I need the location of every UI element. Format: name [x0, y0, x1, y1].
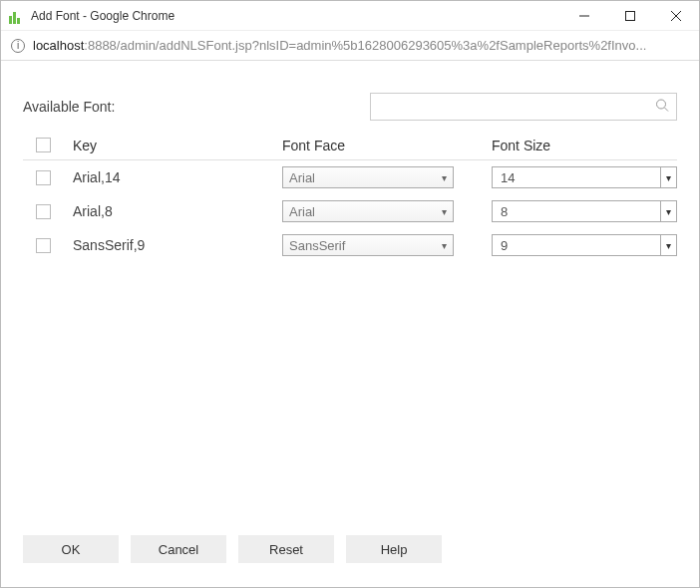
font-face-select[interactable]: Arial ▾ — [282, 166, 454, 188]
svg-rect-1 — [626, 11, 635, 20]
row-key: SansSerif,9 — [63, 237, 282, 253]
header-size: Font Size — [474, 138, 677, 153]
url-path: :8888/admin/addNLSFont.jsp?nlsID=admin%5… — [84, 38, 646, 53]
close-button[interactable] — [653, 1, 699, 30]
chevron-down-icon: ▾ — [442, 172, 447, 183]
reset-button[interactable]: Reset — [238, 535, 334, 563]
table-header: Key Font Face Font Size — [23, 131, 677, 160]
row-checkbox[interactable] — [36, 238, 51, 253]
search-input[interactable] — [370, 93, 677, 121]
footer-buttons: OK Cancel Reset Help — [23, 535, 677, 571]
ok-button[interactable]: OK — [23, 535, 119, 563]
row-key: Arial,8 — [63, 203, 282, 219]
address-bar: i localhost:8888/admin/addNLSFont.jsp?nl… — [1, 31, 699, 61]
font-size-value: 9 — [501, 238, 508, 253]
font-size-select[interactable]: 8 ▾ — [492, 200, 677, 222]
maximize-button[interactable] — [607, 1, 653, 30]
font-size-value: 14 — [501, 170, 515, 185]
titlebar: Add Font - Google Chrome — [1, 1, 699, 31]
url-host: localhost — [33, 38, 84, 53]
minimize-button[interactable] — [561, 1, 607, 30]
font-face-select[interactable]: SansSerif ▾ — [282, 234, 454, 256]
font-size-select[interactable]: 9 ▾ — [492, 234, 677, 256]
cancel-button[interactable]: Cancel — [131, 535, 226, 563]
font-face-value: SansSerif — [289, 238, 345, 253]
chevron-down-icon: ▾ — [660, 235, 676, 255]
url-text[interactable]: localhost:8888/admin/addNLSFont.jsp?nlsI… — [33, 38, 689, 53]
window-controls — [561, 1, 699, 30]
table-row: Arial,8 Arial ▾ 8 ▾ — [23, 194, 677, 228]
chevron-down-icon: ▾ — [442, 206, 447, 217]
chevron-down-icon: ▾ — [660, 201, 676, 221]
header-face: Font Face — [282, 138, 474, 153]
app-icon — [9, 8, 25, 24]
window-title: Add Font - Google Chrome — [31, 9, 561, 23]
table-row: Arial,14 Arial ▾ 14 ▾ — [23, 160, 677, 194]
search-wrap — [370, 93, 677, 121]
chevron-down-icon: ▾ — [660, 167, 676, 187]
close-icon — [671, 11, 681, 21]
font-size-value: 8 — [501, 204, 508, 219]
font-face-value: Arial — [289, 204, 315, 219]
row-key: Arial,14 — [63, 169, 282, 185]
header-key: Key — [63, 138, 282, 153]
row-checkbox[interactable] — [36, 170, 51, 185]
top-row: Available Font: — [23, 93, 677, 121]
content-area: Available Font: Key Font Face Font Size … — [1, 61, 699, 587]
row-checkbox[interactable] — [36, 204, 51, 219]
site-info-icon[interactable]: i — [11, 39, 25, 53]
font-table: Key Font Face Font Size Arial,14 Arial ▾… — [23, 131, 677, 262]
table-row: SansSerif,9 SansSerif ▾ 9 ▾ — [23, 228, 677, 262]
font-face-value: Arial — [289, 170, 315, 185]
font-size-select[interactable]: 14 ▾ — [492, 166, 677, 188]
select-all-checkbox[interactable] — [36, 138, 51, 152]
font-face-select[interactable]: Arial ▾ — [282, 200, 454, 222]
help-button[interactable]: Help — [346, 535, 442, 563]
chevron-down-icon: ▾ — [442, 240, 447, 251]
minimize-icon — [579, 11, 589, 21]
maximize-icon — [625, 11, 635, 21]
available-font-label: Available Font: — [23, 99, 370, 115]
